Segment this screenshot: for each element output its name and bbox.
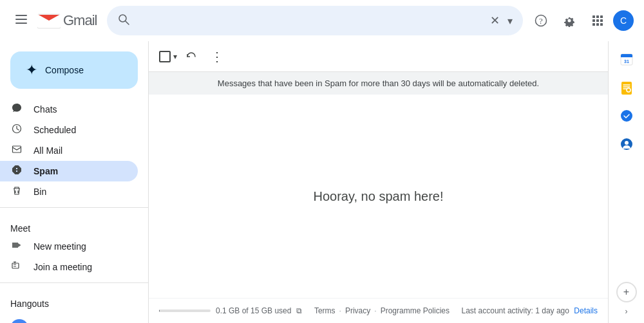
add-hangout-icon[interactable]: + <box>126 319 138 324</box>
contacts-icon-btn[interactable] <box>614 131 639 157</box>
footer-dot-1: · <box>339 306 341 315</box>
spam-notice: Messages that have been in Spam for more… <box>149 72 608 95</box>
chats-icon <box>10 103 23 116</box>
footer-dot-2: · <box>374 306 376 315</box>
storage-bar <box>159 309 211 312</box>
footer-terms[interactable]: Terms <box>314 306 336 315</box>
settings-icon-btn[interactable] <box>556 8 582 33</box>
content-area: ▾ ⋮ Messages that have been in Spam for … <box>148 41 608 323</box>
svg-rect-24 <box>621 56 632 57</box>
select-dropdown-icon[interactable]: ▾ <box>173 52 177 61</box>
svg-rect-1 <box>15 19 27 20</box>
right-sidebar: 31 + › <box>608 41 644 323</box>
bin-icon <box>10 185 23 198</box>
chats-label: Chats <box>33 104 57 115</box>
svg-rect-2 <box>15 23 27 24</box>
right-sidebar-collapse[interactable]: › <box>620 305 633 318</box>
storage-text: 0.1 GB of 15 GB used <box>216 306 291 315</box>
top-bar: Gmail in:spam ✕ ▾ ? <box>0 0 644 41</box>
join-meeting-icon <box>10 261 23 273</box>
main-layout: ✦ Compose Chats Scheduled All Mail <box>0 41 644 323</box>
svg-rect-26 <box>621 82 632 95</box>
svg-rect-18 <box>13 146 21 152</box>
svg-rect-0 <box>15 15 27 16</box>
all-mail-icon <box>10 144 23 157</box>
scheduled-label: Scheduled <box>33 125 76 135</box>
svg-point-30 <box>625 141 629 145</box>
calendar-icon-btn[interactable]: 31 <box>614 46 639 72</box>
refresh-button[interactable] <box>180 45 203 68</box>
search-input[interactable]: in:spam <box>138 15 482 26</box>
hangouts-user[interactable]: chad ▾ <box>10 317 62 323</box>
top-bar-right: ? C <box>528 8 634 33</box>
storage-info: 0.1 GB of 15 GB used ⧉ <box>159 306 302 315</box>
compose-plus-icon: ✦ <box>26 62 37 78</box>
search-icon[interactable] <box>117 13 130 29</box>
svg-rect-15 <box>596 23 599 26</box>
keep-icon-btn[interactable] <box>614 75 639 100</box>
compose-label: Compose <box>45 65 84 75</box>
external-link-icon[interactable]: ⧉ <box>296 306 302 315</box>
footer-activity: Last account activity: 1 day ago Details <box>462 306 598 315</box>
sidebar: ✦ Compose Chats Scheduled All Mail <box>0 41 148 323</box>
gmail-logo-icon <box>37 12 61 30</box>
add-app-button[interactable]: + <box>616 282 637 302</box>
more-options-button[interactable]: ⋮ <box>205 45 229 68</box>
sidebar-item-chats[interactable]: Chats <box>0 99 138 120</box>
content-footer: 0.1 GB of 15 GB used ⧉ Terms · Privacy ·… <box>149 298 608 323</box>
spam-icon <box>10 165 23 178</box>
svg-text:31: 31 <box>624 59 629 64</box>
svg-rect-19 <box>12 263 19 268</box>
svg-rect-10 <box>600 15 603 18</box>
sidebar-item-scheduled[interactable]: Scheduled <box>0 120 138 140</box>
sidebar-item-bin[interactable]: Bin <box>0 181 138 202</box>
hangouts-avatar <box>10 319 28 323</box>
svg-rect-14 <box>592 23 595 26</box>
svg-point-28 <box>621 110 632 122</box>
storage-bar-fill <box>159 309 160 312</box>
gmail-text: Gmail <box>63 12 97 29</box>
content-toolbar: ▾ ⋮ <box>149 41 608 72</box>
sidebar-divider-2 <box>0 282 148 283</box>
bin-label: Bin <box>33 187 46 197</box>
new-meeting-icon <box>10 240 23 253</box>
apps-icon-btn[interactable] <box>585 8 611 33</box>
logo-area: Gmail <box>37 12 97 30</box>
sidebar-item-spam[interactable]: Spam <box>0 161 138 181</box>
sidebar-item-new-meeting[interactable]: New meeting <box>0 236 138 257</box>
sidebar-divider-1 <box>0 207 148 208</box>
svg-text:?: ? <box>539 16 543 26</box>
svg-rect-11 <box>592 19 595 22</box>
hangouts-section: chad ▾ + No recent chats Start a new one <box>0 311 148 323</box>
svg-rect-13 <box>600 19 603 22</box>
spam-label: Spam <box>33 166 58 176</box>
sidebar-item-join-meeting[interactable]: Join a meeting <box>0 257 138 277</box>
join-meeting-label: Join a meeting <box>33 262 92 272</box>
all-mail-label: All Mail <box>33 145 62 156</box>
footer-details-link[interactable]: Details <box>574 306 598 315</box>
new-meeting-label: New meeting <box>33 241 86 252</box>
meet-section-label: Meet <box>0 213 148 236</box>
footer-programme[interactable]: Programme Policies <box>381 306 450 315</box>
svg-rect-8 <box>592 15 595 18</box>
sidebar-item-all-mail[interactable]: All Mail <box>0 140 138 161</box>
help-icon-btn[interactable]: ? <box>528 8 554 33</box>
search-bar: in:spam ✕ ▾ <box>107 6 523 35</box>
search-clear-icon[interactable]: ✕ <box>490 14 500 28</box>
svg-rect-9 <box>596 15 599 18</box>
svg-rect-16 <box>600 23 603 26</box>
menu-icon[interactable] <box>10 8 32 33</box>
select-all-checkbox[interactable] <box>159 51 171 62</box>
svg-point-27 <box>627 88 630 92</box>
scheduled-icon <box>10 124 23 136</box>
search-dropdown-icon[interactable]: ▾ <box>507 15 513 27</box>
hangouts-section-label: Hangouts <box>0 288 148 311</box>
footer-links: Terms · Privacy · Programme Policies <box>314 306 450 315</box>
account-avatar[interactable]: C <box>613 10 634 31</box>
svg-rect-12 <box>596 19 599 22</box>
svg-line-5 <box>126 21 129 24</box>
compose-button[interactable]: ✦ Compose <box>10 51 138 89</box>
tasks-icon-btn[interactable] <box>614 103 639 129</box>
footer-privacy[interactable]: Privacy <box>345 306 370 315</box>
svg-point-4 <box>119 15 126 22</box>
